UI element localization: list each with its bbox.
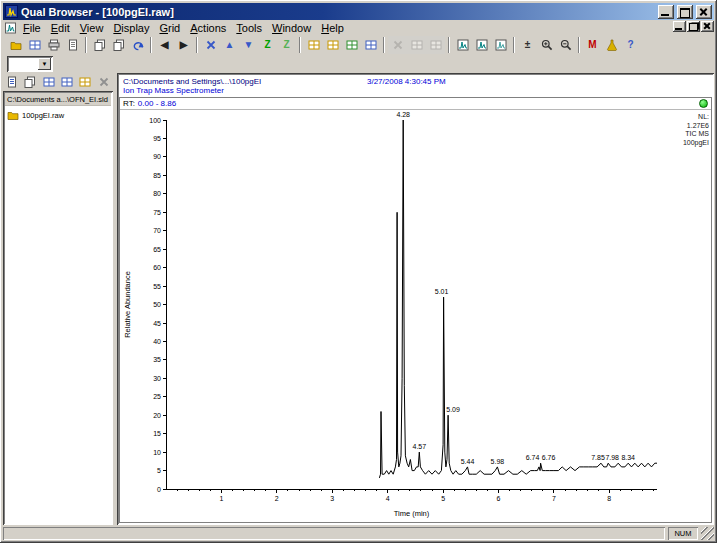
info-grid-b-button[interactable] xyxy=(58,73,76,91)
print-preview-button[interactable] xyxy=(63,36,82,54)
active-cell-indicator-icon[interactable] xyxy=(699,99,708,108)
next-view-button[interactable]: ▶ xyxy=(174,36,193,54)
svg-text:6: 6 xyxy=(497,495,501,502)
menu-file[interactable]: File xyxy=(18,22,46,34)
menu-edit[interactable]: Edit xyxy=(46,22,75,34)
instrument-name: Ion Trap Mass Spectrometer xyxy=(123,86,712,95)
menu-window[interactable]: Window xyxy=(267,22,316,34)
scroll-up-button[interactable]: ▲ xyxy=(220,36,239,54)
mass-annotate-button[interactable]: M xyxy=(583,36,602,54)
scroll-down-button[interactable]: ▼ xyxy=(239,36,258,54)
zoom-in-button[interactable] xyxy=(537,36,556,54)
mdi-restore-button[interactable] xyxy=(687,21,700,32)
combobox-dropdown-arrow-icon[interactable]: ▼ xyxy=(38,58,51,70)
close-button[interactable] xyxy=(696,5,712,19)
zoom-auto-icon: Z xyxy=(264,40,270,50)
cell-type-combobox[interactable]: ▼ xyxy=(7,56,53,72)
svg-text:Relative Abundance: Relative Abundance xyxy=(123,271,132,338)
menu-tools[interactable]: Tools xyxy=(231,22,267,34)
mdi-window-buttons xyxy=(673,21,714,32)
info-grid-a-icon xyxy=(43,76,55,88)
menu-actions[interactable]: Actions xyxy=(185,22,231,34)
result-table-button[interactable] xyxy=(76,73,94,91)
print-preview-icon xyxy=(67,39,79,51)
whats-this-help-icon: ? xyxy=(627,40,633,50)
close-info-bar-button[interactable] xyxy=(95,73,113,91)
chromatogram-plot[interactable]: 0510152025303540455055606570758085909510… xyxy=(120,110,711,522)
grid-insert-left-button[interactable] xyxy=(342,36,361,54)
ranges-button[interactable]: ± xyxy=(518,36,537,54)
svg-text:70: 70 xyxy=(153,227,161,234)
svg-text:5.01: 5.01 xyxy=(435,288,449,295)
status-bar: NUM xyxy=(3,525,714,540)
mass-annotate-icon: M xyxy=(588,40,596,50)
toolbar-separator xyxy=(85,37,87,53)
svg-text:45: 45 xyxy=(153,320,161,327)
svg-text:6.76: 6.76 xyxy=(542,454,556,461)
print-button[interactable] xyxy=(44,36,63,54)
raw-file-item[interactable]: 100pgEI.raw xyxy=(7,109,109,121)
scroll-up-icon: ▲ xyxy=(225,40,235,50)
library-search-button[interactable] xyxy=(602,36,621,54)
svg-text:60: 60 xyxy=(153,264,161,271)
menu-grid[interactable]: Grid xyxy=(154,22,185,34)
content-area: C:\Documents a...\OFN_EI.sld 100pgEI.raw… xyxy=(3,73,714,525)
view-spectrum-button[interactable] xyxy=(472,36,491,54)
menu-bar: FileEditViewDisplayGridActionsToolsWindo… xyxy=(3,20,714,35)
sequence-path-header: C:\Documents a...\OFN_EI.sld xyxy=(5,93,111,106)
num-lock-indicator: NUM xyxy=(668,527,698,540)
resize-grip[interactable] xyxy=(701,527,714,540)
next-view-icon: ▶ xyxy=(180,40,188,50)
svg-text:7.85: 7.85 xyxy=(591,454,605,461)
svg-text:80: 80 xyxy=(153,190,161,197)
info-bar-sidebar: C:\Documents a...\OFN_EI.sld 100pgEI.raw xyxy=(3,73,113,525)
zoom-out-button[interactable] xyxy=(556,36,575,54)
view-chromatogram-button[interactable] xyxy=(453,36,472,54)
zoom-reset-button[interactable]: Z xyxy=(277,36,296,54)
grid-insert-below-icon xyxy=(327,39,339,51)
print-icon xyxy=(48,39,60,51)
svg-text:5.98: 5.98 xyxy=(491,458,505,465)
toolbar-separator xyxy=(383,37,385,53)
copy-picture-button[interactable] xyxy=(109,36,128,54)
zoom-in-icon xyxy=(541,39,553,51)
mdi-minimize-button[interactable] xyxy=(673,21,686,32)
pin-cell-button[interactable] xyxy=(201,36,220,54)
menu-help[interactable]: Help xyxy=(316,22,349,34)
open-sequence-button[interactable] xyxy=(21,73,39,91)
show-info-bar-button[interactable] xyxy=(3,73,21,91)
menu-view[interactable]: View xyxy=(75,22,109,34)
mdi-close-button[interactable] xyxy=(701,21,714,32)
grid-insert-left-icon xyxy=(346,39,358,51)
open-raw-file-icon xyxy=(10,39,22,51)
previous-view-button[interactable]: ◀ xyxy=(155,36,174,54)
svg-text:3: 3 xyxy=(330,495,334,502)
maximize-button[interactable] xyxy=(677,5,693,19)
toolbar-separator xyxy=(578,37,580,53)
info-grid-a-button[interactable] xyxy=(40,73,58,91)
svg-text:65: 65 xyxy=(153,246,161,253)
grid-insert-right-button[interactable] xyxy=(361,36,380,54)
svg-text:4.28: 4.28 xyxy=(396,111,410,118)
minimize-button[interactable] xyxy=(658,5,674,19)
svg-text:Time (min): Time (min) xyxy=(394,509,430,518)
plot-area: 0510152025303540455055606570758085909510… xyxy=(120,110,711,522)
toolbar-separator xyxy=(196,37,198,53)
menu-display[interactable]: Display xyxy=(108,22,154,34)
whats-this-help-button[interactable]: ? xyxy=(621,36,640,54)
svg-text:5.09: 5.09 xyxy=(446,406,460,413)
open-layout-icon xyxy=(29,39,41,51)
open-raw-file-button[interactable] xyxy=(6,36,25,54)
open-layout-button[interactable] xyxy=(25,36,44,54)
svg-text:5: 5 xyxy=(441,495,445,502)
zoom-auto-button[interactable]: Z xyxy=(258,36,277,54)
undo-button[interactable] xyxy=(128,36,147,54)
grid-insert-above-button[interactable] xyxy=(304,36,323,54)
svg-text:15: 15 xyxy=(153,430,161,437)
svg-text:0: 0 xyxy=(157,486,161,493)
view-map-button[interactable] xyxy=(491,36,510,54)
status-message-panel xyxy=(3,527,665,540)
copy-cell-button[interactable] xyxy=(90,36,109,54)
grid-insert-below-button[interactable] xyxy=(323,36,342,54)
svg-text:4.57: 4.57 xyxy=(412,443,426,450)
